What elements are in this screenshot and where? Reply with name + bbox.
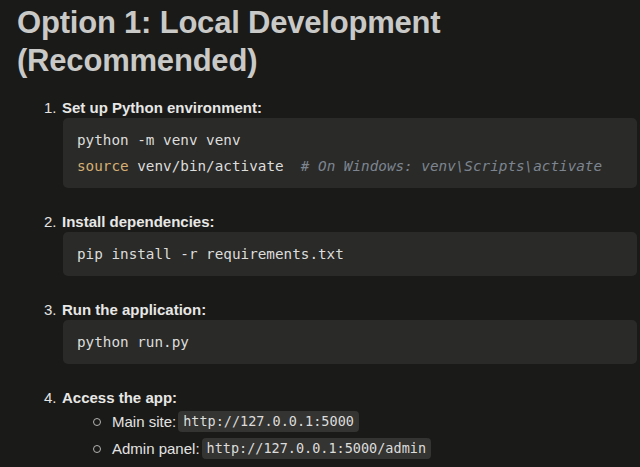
inline-code-url: http://127.0.0.1:5000/admin [202, 438, 431, 459]
step-heading: 1.Set up Python environment: [44, 98, 640, 118]
document: Option 1: Local Development (Recommended… [0, 0, 640, 462]
inline-code-url: http://127.0.0.1:5000 [178, 411, 359, 432]
step-item: 2.Install dependencies:pip install -r re… [44, 212, 640, 276]
code-block: pip install -r requirements.txt [63, 232, 637, 276]
step-heading: 3.Run the application: [44, 300, 640, 320]
step-label: Set up Python environment: [62, 98, 262, 118]
code-token-plain: python run.py [77, 334, 189, 350]
step-number: 3. [44, 300, 62, 320]
step-number: 2. [44, 212, 62, 232]
sub-bullet-item: Admin panel: http://127.0.0.1:5000/admin [93, 435, 640, 462]
step-item: 1.Set up Python environment:python -m ve… [44, 98, 640, 188]
code-token-comment: # On Windows: venv\Scripts\activate [301, 158, 602, 174]
bullet-text: Admin panel: [112, 440, 200, 457]
code-token-plain: python -m venv venv [77, 132, 241, 148]
code-token-plain: venv/bin/activate [129, 158, 301, 174]
code-line: pip install -r requirements.txt [77, 241, 631, 267]
step-item: 3.Run the application:python run.py [44, 300, 640, 364]
step-heading: 4.Access the app: [44, 388, 640, 408]
code-token-keyword: source [77, 158, 129, 174]
code-token-plain: pip install -r requirements.txt [77, 246, 344, 262]
code-line: source venv/bin/activate # On Windows: v… [77, 153, 631, 179]
sub-bullet-item: Main site: http://127.0.0.1:5000 [93, 408, 640, 435]
bullet-circle-icon [93, 445, 101, 453]
step-item: 4.Access the app:Main site: http://127.0… [44, 388, 640, 462]
code-line: python -m venv venv [77, 127, 631, 153]
code-block: python -m venv venvsource venv/bin/activ… [63, 118, 637, 188]
code-block: python run.py [63, 320, 637, 364]
sub-bullet-list: Main site: http://127.0.0.1:5000Admin pa… [44, 408, 640, 462]
bullet-circle-icon [93, 418, 101, 426]
steps-list: 1.Set up Python environment:python -m ve… [17, 98, 640, 462]
step-label: Run the application: [62, 300, 206, 320]
page-title: Option 1: Local Development (Recommended… [17, 4, 617, 80]
code-line: python run.py [77, 329, 631, 355]
step-number: 1. [44, 98, 62, 118]
step-label: Install dependencies: [62, 212, 215, 232]
step-heading: 2.Install dependencies: [44, 212, 640, 232]
bullet-text: Main site: [112, 413, 176, 430]
step-number: 4. [44, 388, 62, 408]
step-label: Access the app: [62, 388, 177, 408]
